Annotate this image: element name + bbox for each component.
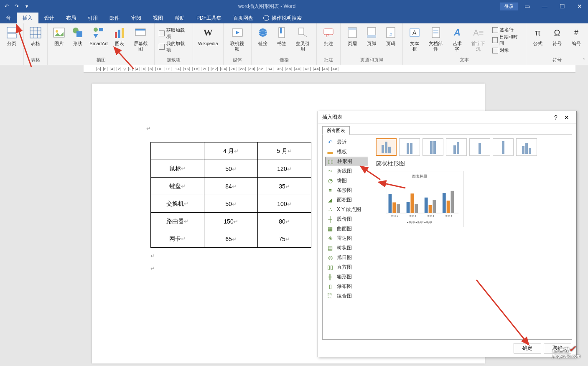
cat-stock[interactable]: ┼股价图: [323, 214, 371, 224]
tab-references[interactable]: 引用: [82, 13, 104, 23]
r2c1[interactable]: 84↵: [204, 178, 258, 195]
cat-column[interactable]: ▯▯柱形图: [325, 157, 368, 166]
get-addins[interactable]: 获取加载项: [159, 27, 188, 40]
online-video-button[interactable]: 联机视频: [226, 24, 249, 56]
tab-pdf[interactable]: PDF工具集: [191, 13, 227, 23]
subtype-100stacked[interactable]: [423, 138, 443, 156]
r3c2[interactable]: 100↵: [258, 195, 311, 213]
tab-view[interactable]: 视图: [147, 13, 169, 23]
subtype-3d-stacked[interactable]: [469, 138, 490, 156]
ruler[interactable]: |8| |6| |4| |2| ▽ |2| |4| |6| |8| |10| |…: [84, 65, 575, 73]
data-table[interactable]: 4 月↵5 月↵ 鼠标↵50↵120↵ 键盘↵84↵35↵ 交换机↵50↵100…: [150, 142, 311, 248]
bar-chart-icon: ≡: [327, 187, 333, 194]
tab-insert[interactable]: 插入: [17, 13, 38, 23]
r5c1[interactable]: 65↵: [204, 230, 258, 248]
r4c0[interactable]: 路由器↵: [151, 213, 204, 230]
tab-file[interactable]: 台: [0, 13, 17, 23]
dialog-tab-all[interactable]: 所有图表: [322, 126, 350, 135]
smartart-button[interactable]: SmartArt: [87, 24, 110, 56]
th-blank[interactable]: [151, 142, 204, 160]
cat-combo[interactable]: ⿻组合图: [323, 291, 371, 301]
quickparts-button[interactable]: 文档部件: [425, 24, 447, 56]
cat-surface[interactable]: ▦曲面图: [323, 224, 371, 234]
footer-button[interactable]: 页脚: [362, 24, 381, 56]
textbox-button[interactable]: A文本框: [405, 24, 424, 56]
th-month1[interactable]: 4 月↵: [204, 142, 258, 160]
r1c2[interactable]: 120↵: [258, 160, 311, 178]
tab-layout[interactable]: 布局: [60, 13, 82, 23]
shapes-button[interactable]: 形状: [69, 24, 87, 56]
cat-templates[interactable]: ▬模板: [323, 147, 371, 157]
redo-icon[interactable]: ↷: [13, 3, 20, 9]
minimize-icon[interactable]: —: [536, 0, 553, 13]
dropcap-button[interactable]: A≡首字下沉: [467, 24, 490, 56]
tell-me[interactable]: 操作说明搜索: [259, 13, 306, 23]
r4c1[interactable]: 150↵: [204, 213, 258, 230]
bookmark-button[interactable]: 书签: [272, 24, 290, 56]
cat-recent[interactable]: ↶最近: [323, 137, 371, 147]
collapse-ribbon-icon[interactable]: ⌃: [582, 58, 585, 62]
chart-button[interactable]: 图表: [111, 24, 129, 56]
my-addins[interactable]: 我的加载项: [159, 41, 188, 53]
cat-pie[interactable]: ◔饼图: [323, 176, 371, 186]
wikipedia-button[interactable]: WWikipedia: [196, 24, 221, 62]
paragraph-mark: ↵: [150, 265, 155, 272]
r4c2[interactable]: 80↵: [258, 213, 311, 230]
r2c2[interactable]: 35↵: [258, 178, 311, 195]
subtype-3d-clustered[interactable]: [446, 138, 467, 156]
cat-sunburst[interactable]: ◎旭日图: [323, 253, 371, 262]
cat-radar[interactable]: ✳雷达图: [323, 234, 371, 243]
date-time[interactable]: 日期和时间: [492, 34, 522, 46]
maximize-icon[interactable]: ☐: [554, 0, 570, 13]
subtype-3d-column[interactable]: [516, 138, 537, 156]
subtype-clustered[interactable]: [376, 138, 397, 156]
help-icon[interactable]: ?: [550, 114, 561, 121]
tab-help[interactable]: 帮助: [169, 13, 191, 23]
chart-preview[interactable]: 图表标题 类别 1类别 2类别 3类别 4 ■系列1 ■系列2 ■系列3: [376, 171, 463, 227]
object[interactable]: 对象: [492, 47, 522, 53]
header-button[interactable]: 页眉: [343, 24, 361, 56]
link-button[interactable]: 链接: [254, 24, 272, 56]
th-month2[interactable]: 5 月↵: [258, 142, 311, 160]
ribbon-options-icon[interactable]: ▭: [519, 0, 535, 13]
close-icon[interactable]: ✕: [571, 0, 588, 13]
r3c0[interactable]: 交换机↵: [151, 195, 204, 213]
tab-review[interactable]: 审阅: [125, 13, 147, 23]
tab-baidu[interactable]: 百度网盘: [227, 13, 259, 23]
undo-icon[interactable]: ↶: [3, 3, 10, 9]
qat-more-icon[interactable]: ▾: [23, 3, 30, 9]
number-button[interactable]: #编号: [567, 24, 585, 56]
wordart-button[interactable]: A艺术字: [448, 24, 466, 56]
r5c2[interactable]: 75↵: [258, 230, 311, 248]
subtype-3d-100stacked[interactable]: [493, 138, 514, 156]
dialog-close-icon[interactable]: ✕: [561, 114, 572, 121]
cat-line[interactable]: ⤳折线图: [323, 166, 371, 176]
pictures-button[interactable]: 图片: [50, 24, 68, 56]
page-break-button[interactable]: 分页: [3, 24, 21, 62]
r1c0[interactable]: 鼠标↵: [151, 160, 204, 178]
login-button[interactable]: 登录: [500, 3, 518, 10]
cat-scatter[interactable]: ∴X Y 散点图: [323, 205, 371, 214]
r2c0[interactable]: 键盘↵: [151, 178, 204, 195]
table-button[interactable]: 表格: [26, 24, 45, 56]
screenshot-button[interactable]: 屏幕截图: [129, 24, 152, 56]
cat-waterfall[interactable]: ▯瀑布图: [323, 282, 371, 291]
cat-boxplot[interactable]: ╫箱形图: [323, 272, 371, 282]
comment-button[interactable]: 批注: [319, 24, 338, 56]
pagenum-button[interactable]: #页码: [382, 24, 400, 56]
equation-button[interactable]: π公式: [529, 24, 547, 56]
r3c1[interactable]: 50↵: [204, 195, 258, 213]
ok-button[interactable]: 确定: [514, 343, 541, 353]
tab-mailings[interactable]: 邮件: [104, 13, 125, 23]
subtype-stacked[interactable]: [399, 138, 420, 156]
symbol-button[interactable]: Ω符号: [548, 24, 566, 56]
tab-design[interactable]: 设计: [38, 13, 60, 23]
r1c1[interactable]: 50↵: [204, 160, 258, 178]
crossref-button[interactable]: 交叉引用: [291, 24, 314, 56]
cat-treemap[interactable]: ▤树状图: [323, 243, 371, 253]
r5c0[interactable]: 网卡↵: [151, 230, 204, 248]
cat-histogram[interactable]: ▯▯直方图: [323, 262, 371, 272]
signature-line[interactable]: 签名行: [492, 27, 522, 33]
cat-bar[interactable]: ≡条形图: [323, 186, 371, 195]
cat-area[interactable]: ◢面积图: [323, 195, 371, 205]
